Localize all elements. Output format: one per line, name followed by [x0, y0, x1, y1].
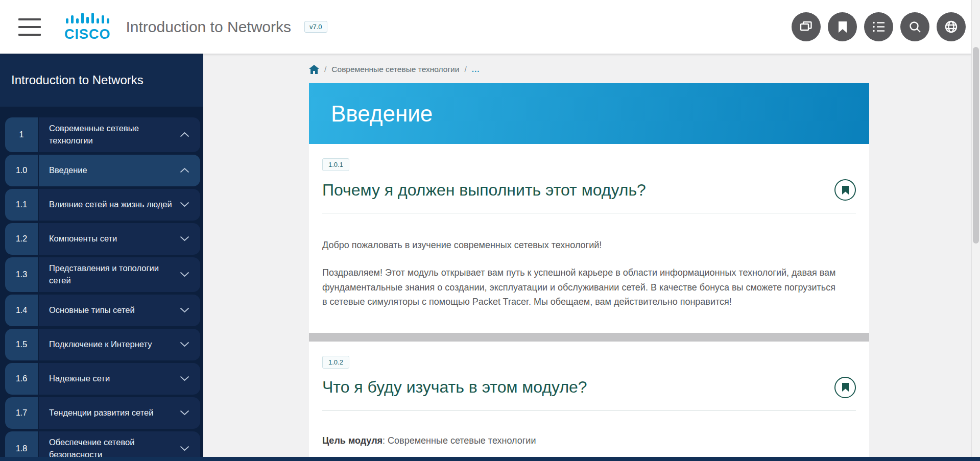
- paragraph: Поздравляем! Этот модуль открывает вам п…: [322, 265, 838, 309]
- section-separator-band: [309, 333, 869, 342]
- sidebar-course-title: Introduction to Networks: [0, 54, 203, 107]
- breadcrumb-ellipsis[interactable]: ...: [472, 65, 480, 74]
- paragraph: Добро пожаловать в изучение современных …: [322, 238, 838, 252]
- nav-item-number: 1.6: [5, 363, 38, 395]
- lesson-card: Введение 1.0.1 Почему я должен выполнить…: [309, 83, 869, 461]
- search-icon: [909, 20, 922, 34]
- module-nav-list: 1 Современные сетевые технологии 1.0 Вве…: [0, 107, 203, 461]
- bookmark-icon: [842, 382, 849, 392]
- nav-item-number: 1.4: [5, 295, 38, 326]
- bookmark-topic-button[interactable]: [834, 179, 856, 201]
- nav-item-label: Основные типы сетей: [49, 304, 178, 317]
- sidebar-nav-item[interactable]: 1.7 Тенденции развития сетей: [5, 397, 200, 429]
- breadcrumb-separator: /: [324, 65, 326, 74]
- topic-heading: Что я буду изучать в этом модуле?: [322, 378, 834, 397]
- bookmark-topic-button[interactable]: [834, 377, 856, 398]
- hamburger-menu-icon[interactable]: [18, 18, 41, 36]
- chevron-icon: [178, 132, 191, 137]
- cisco-logo-bars: [65, 13, 110, 28]
- nav-item-number: 1.5: [5, 329, 38, 360]
- search-button[interactable]: [900, 12, 929, 41]
- topic-number-badge: 1.0.2: [322, 356, 349, 369]
- sidebar-nav-item[interactable]: 1.2 Компоненты сети: [5, 223, 200, 255]
- nav-item-number: 1.2: [5, 223, 38, 255]
- scrollbar-thumb[interactable]: [973, 47, 979, 244]
- module-banner: Введение: [309, 83, 869, 144]
- bottom-bar: [0, 457, 980, 461]
- window-stack-button[interactable]: [792, 12, 821, 41]
- chevron-icon: [178, 342, 191, 347]
- app-header: CISCO Introduction to Networks v7.0: [0, 0, 980, 54]
- nav-item-number: 1.0: [5, 155, 38, 186]
- chevron-icon: [178, 167, 191, 173]
- sidebar-nav-item[interactable]: 1.5 Подключение к Интернету: [5, 329, 200, 360]
- nav-item-number: 1.7: [5, 397, 38, 429]
- content-area: / Современные сетевые технологии / ... В…: [203, 54, 971, 461]
- course-title: Introduction to Networks: [126, 18, 291, 36]
- language-button[interactable]: [937, 12, 966, 41]
- nav-item-number: 1: [5, 117, 38, 152]
- nav-item-label: Представления и топологии сетей: [49, 262, 178, 287]
- section-divider: [322, 410, 856, 411]
- nav-item-label: Современные сетевые технологии: [49, 123, 178, 147]
- breadcrumb-module-link[interactable]: Современные сетевые технологии: [331, 65, 459, 74]
- nav-item-label: Надежные сети: [49, 373, 178, 385]
- chevron-icon: [178, 376, 191, 381]
- bookmarks-button[interactable]: [828, 12, 857, 41]
- nav-item-number: 1.1: [5, 189, 38, 221]
- topic-heading: Почему я должен выполнить этот модуль?: [322, 181, 834, 200]
- chevron-icon: [178, 446, 191, 451]
- nav-item-label: Компоненты сети: [49, 233, 178, 245]
- banner-title: Введение: [331, 101, 433, 127]
- header-icon-group: [792, 12, 966, 41]
- breadcrumb: / Современные сетевые технологии / ...: [309, 65, 971, 74]
- nav-item-number: 1.3: [5, 257, 38, 292]
- cisco-logo-text: CISCO: [64, 28, 111, 40]
- version-badge: v7.0: [304, 21, 327, 33]
- chevron-icon: [178, 236, 191, 241]
- chevron-icon: [178, 410, 191, 416]
- home-icon[interactable]: [309, 65, 319, 74]
- cisco-logo: CISCO: [64, 13, 111, 40]
- globe-icon: [944, 20, 958, 34]
- module-goal-text: : Современные сетевые технологии: [383, 435, 536, 446]
- vertical-scrollbar[interactable]: [971, 0, 980, 461]
- section-divider: [322, 213, 856, 213]
- sidebar-nav-item[interactable]: 1.1 Влияние сетей на жизнь людей: [5, 189, 200, 221]
- topic-number-badge: 1.0.1: [322, 158, 349, 171]
- nav-item-label: Введение: [49, 164, 178, 177]
- table-of-contents-button[interactable]: [864, 12, 893, 41]
- nav-item-label: Влияние сетей на жизнь людей: [49, 199, 178, 211]
- nav-item-label: Тенденции развития сетей: [49, 407, 178, 419]
- sidebar-nav-item[interactable]: 1.3 Представления и топологии сетей: [5, 257, 200, 292]
- sidebar-nav-item[interactable]: 1 Современные сетевые технологии: [5, 117, 200, 152]
- sidebar-nav-item[interactable]: 1.6 Надежные сети: [5, 363, 200, 395]
- bookmark-icon: [836, 20, 849, 34]
- course-sidebar: Introduction to Networks 1 Современные с…: [0, 54, 203, 461]
- chevron-icon: [178, 272, 191, 277]
- chevron-icon: [178, 202, 191, 207]
- module-goal-label: Цель модуля: [322, 435, 383, 446]
- breadcrumb-separator: /: [464, 65, 466, 74]
- bookmark-icon: [842, 185, 849, 195]
- list-icon: [872, 20, 886, 33]
- sidebar-nav-item[interactable]: 1.4 Основные типы сетей: [5, 295, 200, 326]
- chevron-icon: [178, 307, 191, 313]
- sidebar-nav-item[interactable]: 1.0 Введение: [5, 155, 200, 186]
- page: CISCO Introduction to Networks v7.0: [0, 0, 980, 461]
- window-stack-icon: [799, 20, 813, 34]
- nav-item-label: Подключение к Интернету: [49, 338, 178, 351]
